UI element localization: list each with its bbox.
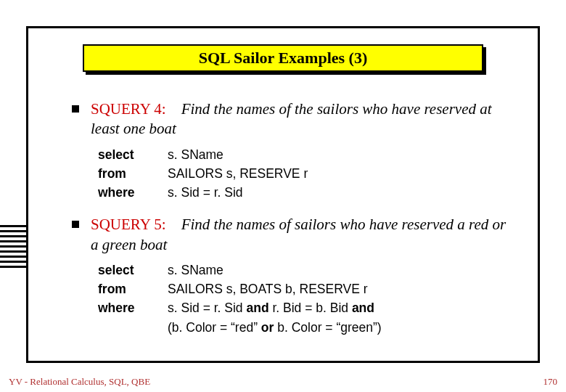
sql-keyword-empty: [98, 318, 168, 337]
slide-body: SQUERY 4: Find the names of the sailors …: [72, 99, 516, 350]
sql-value: (b. Color = “red” or b. Color = “green”): [168, 318, 516, 337]
sql-text: s. Sid = r. Sid: [168, 301, 246, 315]
sql-keyword: select: [98, 145, 168, 164]
sql-where-row: where s. Sid = r. Sid and r. Bid = b. Bi…: [98, 298, 516, 317]
bullet-item: SQUERY 4: Find the names of the sailors …: [72, 99, 516, 139]
decorative-stripes: [0, 225, 26, 271]
sql-block: select s. SName from SAILORS s, BOATS b,…: [98, 261, 516, 337]
sql-value: s. SName: [168, 145, 516, 164]
sql-from-row: from SAILORS s, BOATS b, RESERVE r: [98, 279, 516, 298]
sql-where-cont-row: (b. Color = “red” or b. Color = “green”): [98, 318, 516, 337]
sql-select-row: select s. SName: [98, 145, 516, 164]
sql-keyword: where: [98, 183, 168, 202]
sql-keyword: from: [98, 164, 168, 183]
bullet-item: SQUERY 5: Find the names of sailors who …: [72, 215, 516, 255]
sql-text: r. Bid = b. Bid: [269, 301, 352, 315]
sql-value: SAILORS s, RESERVE r: [168, 164, 516, 183]
query-label: SQUERY 5:: [91, 216, 166, 233]
bullet-icon: [72, 221, 79, 228]
footer-page-number: 170: [544, 376, 558, 388]
sql-keyword-and: and: [246, 301, 268, 315]
sql-where-row: where s. Sid = r. Sid: [98, 183, 516, 202]
sql-keyword: select: [98, 261, 168, 279]
sql-select-row: select s. SName: [98, 261, 516, 279]
footer: YV - Relational Calculus, SQL, QBE 170: [9, 376, 557, 388]
footer-left: YV - Relational Calculus, SQL, QBE: [9, 376, 150, 388]
sql-block: select s. SName from SAILORS s, RESERVE …: [98, 145, 516, 203]
sql-keyword-and: and: [352, 301, 374, 315]
sql-value: SAILORS s, BOATS b, RESERVE r: [168, 279, 516, 298]
query-label: SQUERY 4:: [91, 100, 166, 118]
sql-keyword-or: or: [261, 320, 274, 335]
sql-text: (b. Color = “red”: [168, 320, 261, 335]
slide-frame: SQL Sailor Examples (3) SQUERY 4: Find t…: [26, 26, 540, 363]
sql-from-row: from SAILORS s, RESERVE r: [98, 164, 516, 183]
sql-value: s. Sid = r. Sid: [168, 183, 516, 202]
sql-keyword: from: [98, 279, 168, 298]
slide-title: SQL Sailor Examples (3): [83, 44, 483, 72]
title-container: SQL Sailor Examples (3): [83, 44, 483, 72]
sql-text: b. Color = “green”): [274, 320, 381, 335]
sql-value: s. SName: [168, 261, 516, 279]
sql-keyword: where: [98, 298, 168, 317]
bullet-icon: [72, 105, 79, 113]
bullet-text: SQUERY 4: Find the names of the sailors …: [91, 99, 516, 139]
bullet-text: SQUERY 5: Find the names of sailors who …: [91, 215, 516, 255]
sql-value: s. Sid = r. Sid and r. Bid = b. Bid and: [168, 298, 516, 317]
